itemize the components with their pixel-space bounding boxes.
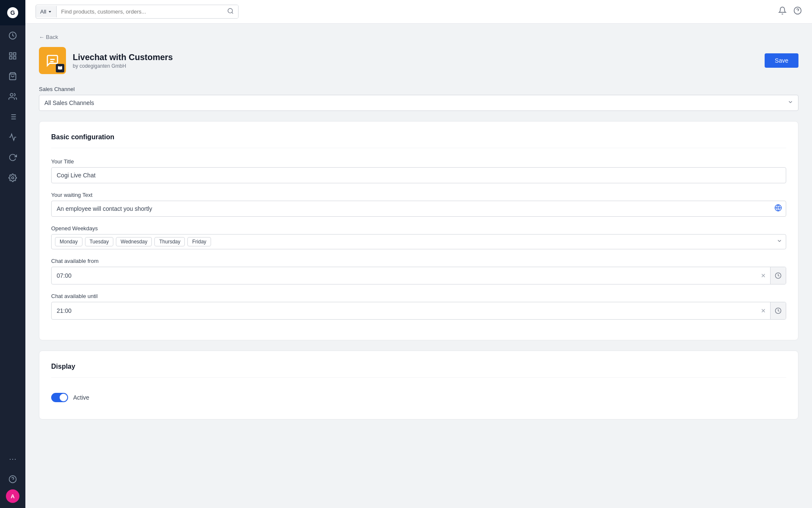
topbar-icons — [778, 6, 802, 17]
day-friday[interactable]: Friday — [187, 237, 211, 246]
svg-rect-5 — [10, 57, 12, 59]
sidebar-item-catalog[interactable] — [0, 46, 25, 66]
search-filter-label: All — [40, 8, 46, 15]
chat-until-clock-button[interactable] — [770, 302, 786, 319]
sidebar-logo[interactable]: G — [0, 0, 25, 25]
active-toggle[interactable] — [51, 393, 68, 402]
notification-icon[interactable] — [778, 6, 787, 17]
svg-line-19 — [232, 12, 233, 14]
active-toggle-label: Active — [73, 394, 89, 401]
title-group: Your Title — [51, 158, 786, 183]
sidebar: G ⋯ A — [0, 0, 25, 508]
sales-channel-select[interactable]: All Sales Channels — [39, 95, 798, 111]
app-header: Livechat with Customers by codegiganten … — [39, 47, 798, 74]
waiting-text-label: Your waiting Text — [51, 192, 786, 198]
sidebar-item-tasks[interactable] — [0, 107, 25, 127]
search-input[interactable] — [57, 6, 223, 17]
svg-rect-3 — [10, 53, 12, 55]
day-thursday[interactable]: Thursday — [154, 237, 185, 246]
search-filter-button[interactable]: All — [36, 6, 57, 17]
chat-until-input[interactable] — [52, 303, 757, 318]
search-wrapper: All — [36, 5, 239, 19]
user-avatar[interactable]: A — [6, 489, 19, 503]
svg-point-8 — [10, 94, 13, 97]
app-icon-box — [39, 47, 66, 74]
chat-until-wrapper: ✕ — [51, 302, 786, 320]
sidebar-item-extensions[interactable] — [0, 147, 25, 168]
svg-point-18 — [228, 8, 233, 13]
svg-rect-4 — [14, 53, 16, 55]
sidebar-item-customers[interactable] — [0, 86, 25, 107]
weekdays-chevron-icon[interactable] — [776, 238, 782, 246]
sales-channel-select-wrapper: All Sales Channels — [39, 95, 798, 111]
chat-until-label: Chat available until — [51, 293, 786, 299]
chat-until-clear-button[interactable]: ✕ — [757, 307, 770, 314]
app-title-block: Livechat with Customers by codegiganten … — [73, 52, 173, 69]
sidebar-item-dashboard[interactable] — [0, 25, 25, 46]
back-link[interactable]: ← Back — [39, 34, 798, 40]
sidebar-item-orders[interactable] — [0, 66, 25, 86]
sidebar-item-marketing[interactable] — [0, 127, 25, 147]
sales-channel-label: Sales Channel — [39, 86, 798, 92]
display-card-title: Display — [51, 363, 786, 378]
search-submit-button[interactable] — [223, 5, 238, 18]
save-button[interactable]: Save — [765, 53, 798, 68]
sales-channel-group: Sales Channel All Sales Channels — [39, 86, 798, 111]
sidebar-item-help[interactable] — [0, 469, 25, 489]
weekdays-label: Opened Weekdays — [51, 225, 786, 232]
svg-rect-6 — [14, 57, 16, 59]
day-wednesday[interactable]: Wednesday — [116, 237, 152, 246]
chat-from-input[interactable] — [52, 268, 757, 283]
page-content: ← Back Livechat with Customers by codeg — [25, 24, 812, 508]
app-header-left: Livechat with Customers by codegiganten … — [39, 47, 173, 74]
chat-from-label: Chat available from — [51, 258, 786, 264]
weekdays-wrapper: Monday Tuesday Wednesday Thursday Friday — [51, 234, 786, 249]
main-area: All ← Back — [25, 0, 812, 508]
sidebar-item-settings[interactable] — [0, 168, 25, 188]
waiting-text-input[interactable] — [51, 201, 786, 217]
chat-from-group: Chat available from ✕ — [51, 258, 786, 284]
weekdays-group: Opened Weekdays Monday Tuesday Wednesday… — [51, 225, 786, 249]
basic-config-card: Basic configuration Your Title Your wait… — [39, 121, 798, 340]
chat-from-clock-button[interactable] — [770, 267, 786, 284]
active-toggle-row: Active — [51, 388, 786, 407]
waiting-text-wrapper — [51, 201, 786, 217]
app-icon-badge — [56, 64, 64, 72]
title-label: Your Title — [51, 158, 786, 165]
chat-from-wrapper: ✕ — [51, 267, 786, 284]
chat-until-group: Chat available until ✕ — [51, 293, 786, 320]
day-monday[interactable]: Monday — [55, 237, 82, 246]
waiting-text-group: Your waiting Text — [51, 192, 786, 217]
app-subtitle: by codegiganten GmbH — [73, 63, 173, 69]
translate-icon[interactable] — [774, 204, 782, 213]
app-title: Livechat with Customers — [73, 52, 173, 62]
display-card: Display Active — [39, 351, 798, 420]
help-icon[interactable] — [793, 6, 802, 17]
basic-config-title: Basic configuration — [51, 133, 786, 148]
svg-text:G: G — [11, 9, 15, 16]
topbar: All — [25, 0, 812, 24]
svg-point-15 — [12, 177, 14, 179]
title-input[interactable] — [51, 167, 786, 183]
sidebar-item-more[interactable]: ⋯ — [0, 449, 25, 469]
day-tuesday[interactable]: Tuesday — [85, 237, 114, 246]
chat-from-clear-button[interactable]: ✕ — [757, 272, 770, 279]
